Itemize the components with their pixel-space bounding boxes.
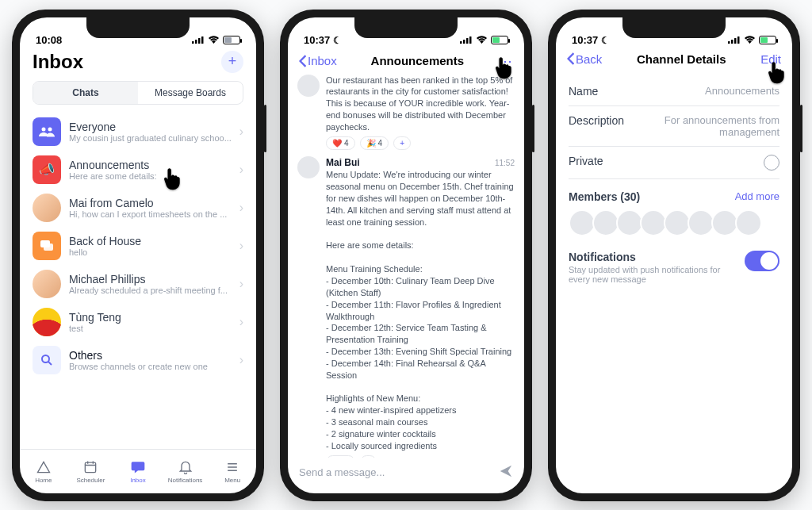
chat-mai-camelo[interactable]: Mai from CameloHi, how can I export time…	[20, 189, 256, 227]
status-time: 10:08	[36, 34, 62, 46]
svg-rect-0	[192, 41, 194, 44]
page-title: Inbox	[33, 51, 83, 73]
back-button[interactable]: Back	[567, 52, 602, 66]
group-icon	[33, 117, 61, 146]
reaction[interactable]: 🎉4	[360, 136, 389, 151]
notifications-sub: Stay updated with push notifications for…	[569, 265, 727, 284]
chat-others[interactable]: OthersBrowse channels or create new one	[20, 341, 256, 379]
svg-rect-24	[737, 36, 740, 44]
thread-title: Announcements	[371, 54, 465, 67]
chat-tung[interactable]: Tùng Tengtest	[20, 303, 256, 341]
megaphone-icon: 📣	[33, 155, 61, 184]
compose-button[interactable]: +	[221, 51, 243, 73]
back-button[interactable]: Inbox	[299, 54, 337, 67]
svg-rect-17	[460, 41, 462, 44]
members-header: Members (30) Add more	[569, 179, 779, 209]
search-icon	[33, 346, 61, 374]
message-time: 11:52	[495, 158, 515, 169]
svg-rect-23	[734, 38, 737, 44]
avatar	[33, 308, 61, 336]
inbox-header: Inbox +	[20, 49, 256, 78]
inbox-tabs: Chats Message Boards	[33, 81, 243, 105]
svg-rect-1	[195, 40, 197, 44]
svg-point-8	[42, 355, 49, 362]
svg-rect-22	[731, 40, 733, 44]
notifications-title: Notifications	[569, 251, 727, 263]
thread-header: Inbox Announcements ⋯	[288, 49, 524, 75]
details-title: Channel Details	[637, 52, 726, 66]
message-input[interactable]: Send a message...	[299, 466, 492, 478]
avatar	[33, 194, 61, 222]
dnd-moon-icon: ☾	[333, 35, 342, 46]
avatar	[33, 270, 61, 298]
nav-notifications[interactable]: Notifications	[162, 450, 209, 493]
avatar	[297, 75, 320, 97]
phone-channel-details: 10:37 ☾ Back Channel Details Edit Name A…	[548, 10, 800, 501]
reaction[interactable]: ❤️4	[326, 136, 355, 151]
svg-rect-2	[198, 38, 201, 44]
channel-details: Name Announcements Description For annou…	[556, 71, 792, 493]
sender-name: Mai Bui	[326, 156, 360, 169]
battery-icon	[223, 36, 240, 44]
message-text: Our restaurant has been ranked in the to…	[326, 75, 515, 133]
signal-icon	[192, 34, 205, 46]
tab-message-boards[interactable]: Message Boards	[138, 82, 243, 104]
notch	[622, 17, 726, 38]
svg-rect-18	[463, 40, 465, 44]
svg-rect-3	[201, 36, 204, 44]
send-button[interactable]	[499, 464, 513, 481]
composer: Send a message...	[288, 458, 524, 493]
wifi-icon	[744, 34, 756, 46]
row-name: Name Announcements	[569, 77, 779, 106]
chat-back-of-house[interactable]: Back of Househello	[20, 227, 256, 265]
members-row[interactable]	[569, 209, 779, 236]
message: Mai Bui 11:52 Menu Update: We're introdu…	[297, 156, 515, 457]
signal-icon	[728, 34, 741, 46]
nav-inbox[interactable]: Inbox	[114, 450, 162, 493]
chat-everyone[interactable]: EveryoneMy cousin just graduated culinar…	[20, 113, 256, 151]
wifi-icon	[208, 34, 220, 46]
more-button[interactable]: ⋯	[498, 52, 513, 70]
status-time: 10:37	[572, 34, 598, 46]
svg-rect-10	[86, 462, 96, 473]
message: Our restaurant has been ranked in the to…	[297, 75, 515, 151]
svg-rect-19	[466, 38, 469, 44]
dnd-moon-icon: ☾	[601, 35, 610, 46]
bottom-nav: Home Scheduler Inbox Notifications Menu	[20, 449, 256, 493]
tab-chats[interactable]: Chats	[33, 82, 138, 104]
notch	[354, 17, 458, 38]
battery-icon	[759, 36, 776, 44]
row-private: Private	[569, 147, 779, 179]
chat-announcements[interactable]: 📣 AnnouncementsHere are some details:	[20, 151, 256, 189]
chat-list: EveryoneMy cousin just graduated culinar…	[20, 113, 256, 449]
chat-icon	[33, 232, 61, 260]
nav-menu[interactable]: Menu	[209, 450, 256, 493]
wifi-icon	[476, 34, 488, 46]
details-header: Back Channel Details Edit	[556, 49, 792, 71]
add-members-link[interactable]: Add more	[735, 190, 779, 202]
add-reaction[interactable]: +	[393, 136, 411, 151]
chat-michael[interactable]: Michael PhillipsAlready scheduled a pre-…	[20, 265, 256, 303]
svg-rect-21	[728, 41, 730, 44]
nav-home[interactable]: Home	[20, 450, 67, 493]
row-description: Description For announcements from manag…	[569, 106, 779, 147]
svg-point-5	[48, 127, 52, 131]
reactions: ❤️4 🎉4 +	[326, 136, 515, 151]
message-text: Menu Update: We're introducing our winte…	[326, 169, 515, 451]
battery-icon	[491, 36, 508, 44]
private-toggle[interactable]	[764, 155, 779, 171]
signal-icon	[460, 34, 473, 46]
notch	[86, 17, 190, 38]
svg-line-9	[48, 362, 52, 365]
phone-inbox: 10:08 Inbox + Chats Message Boards	[12, 10, 264, 501]
message-thread[interactable]: Our restaurant has been ranked in the to…	[288, 75, 524, 458]
svg-rect-7	[44, 243, 53, 251]
nav-scheduler[interactable]: Scheduler	[67, 450, 115, 493]
phone-thread: 10:37 ☾ Inbox Announcements ⋯ Our restau…	[280, 10, 532, 501]
avatar	[297, 156, 320, 178]
status-time: 10:37	[304, 34, 330, 46]
edit-button[interactable]: Edit	[760, 52, 781, 66]
svg-rect-20	[469, 36, 472, 44]
notifications-toggle[interactable]	[745, 251, 779, 271]
svg-point-4	[42, 127, 46, 131]
